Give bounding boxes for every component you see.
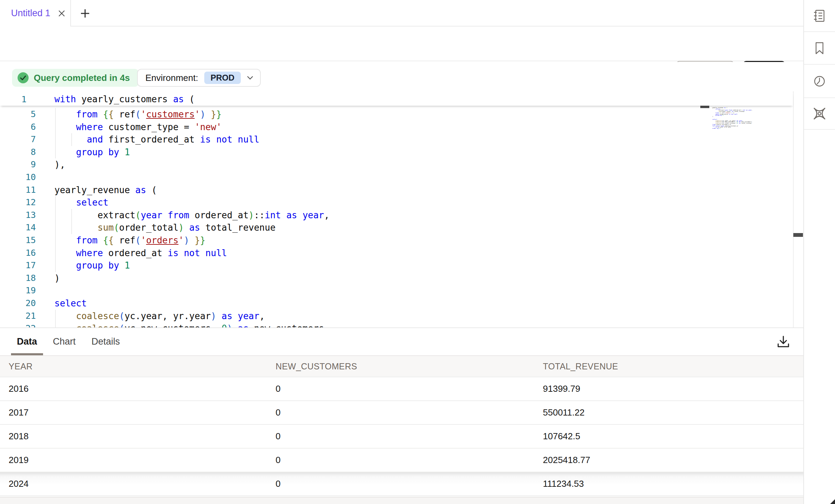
editor-scroll-marker: [700, 106, 709, 108]
query-status-text: Query completed in 4s: [34, 73, 130, 83]
status-row: Query completed in 4s Environment: PROD: [0, 62, 803, 91]
code-line: 6 where customer_type = 'new': [0, 121, 792, 134]
sql-code-editor[interactable]: 5 from {{ ref('customers') }}6 where cus…: [0, 91, 803, 327]
new-tab-plus-icon[interactable]: [80, 8, 90, 19]
table-cell: 0: [267, 472, 534, 495]
line-number: 16: [0, 247, 36, 260]
code-text: with yearly_customers as (: [54, 93, 195, 106]
code-text: sum(order_total) as total_revenue: [54, 221, 276, 234]
line-number: 1: [21, 93, 27, 106]
close-icon[interactable]: [57, 9, 66, 18]
table-row[interactable]: 20240111234.53: [0, 472, 803, 496]
line-number: 5: [0, 108, 36, 121]
results-panel: DataChartDetails YEARNEW_CUSTOMERSTOTAL_…: [0, 327, 803, 504]
table-cell: 0: [267, 449, 534, 472]
line-number: 20: [0, 297, 36, 310]
environment-value-badge: PROD: [204, 72, 240, 84]
dbt-logo-icon: [812, 106, 827, 121]
code-line: 8 group by 1: [0, 146, 792, 159]
table-cell: 550011.22: [534, 401, 803, 424]
table-cell: 0: [267, 401, 534, 424]
code-text: yearly_revenue as (: [54, 184, 157, 197]
table-row[interactable]: 2016091399.79: [0, 377, 803, 401]
download-icon[interactable]: [776, 334, 791, 349]
results-tab-chart[interactable]: Chart: [47, 328, 82, 355]
code-line: 19: [0, 284, 792, 297]
line-number: 22: [0, 322, 36, 327]
code-line: 20select: [0, 297, 792, 310]
line-number: 10: [0, 171, 36, 184]
environment-selector[interactable]: Environment: PROD: [137, 69, 261, 87]
code-text: where ordered_at is not null: [54, 247, 227, 260]
code-text: where customer_type = 'new': [54, 121, 221, 134]
table-cell: 2025418.77: [534, 449, 803, 472]
history-clock-icon: [812, 74, 827, 88]
line-number: 11: [0, 184, 36, 197]
code-text: coalesce(yc.new_customers, 0) as new_cus…: [54, 322, 329, 327]
line-number: 21: [0, 310, 36, 323]
line-number: 13: [0, 209, 36, 222]
line-number: 18: [0, 272, 36, 285]
table-row[interactable]: 20170550011.22: [0, 401, 803, 425]
code-line: 10: [0, 171, 792, 184]
table-cell: 2024: [0, 472, 267, 495]
code-line: 9),: [0, 158, 792, 171]
line-number: 17: [0, 259, 36, 272]
results-tab-details[interactable]: Details: [86, 328, 126, 355]
sidebar-item-history[interactable]: [804, 65, 835, 98]
table-cell: 111234.53: [534, 472, 803, 495]
column-header: TOTAL_REVENUE: [534, 356, 803, 377]
table-cell: 0: [267, 425, 534, 448]
line-number: 6: [0, 121, 36, 134]
line-number: 15: [0, 234, 36, 247]
right-icon-sidebar: [803, 0, 835, 504]
file-tab-label: Untitled 1: [11, 8, 50, 19]
table-row[interactable]: 20180107642.5: [0, 425, 803, 449]
sidebar-item-bookmarks[interactable]: [804, 32, 835, 65]
sidebar-item-notebook[interactable]: [804, 0, 835, 32]
table-header-row: YEARNEW_CUSTOMERSTOTAL_REVENUE: [0, 356, 803, 377]
sticky-code-line: 1with yearly_customers as (: [0, 93, 793, 106]
check-circle-icon: [17, 72, 29, 84]
line-number: 19: [0, 284, 36, 297]
code-text: ),: [54, 158, 65, 171]
code-line: 7 and first_ordered_at is not null: [0, 133, 792, 146]
code-lines: 5 from {{ ref('customers') }}6 where cus…: [0, 108, 792, 327]
line-number: 9: [0, 158, 36, 171]
file-tab-untitled-1[interactable]: Untitled 1: [0, 0, 71, 27]
code-text: from {{ ref('orders') }}: [54, 234, 205, 247]
editor-scrollbar-track[interactable]: [793, 91, 794, 327]
environment-label: Environment:: [145, 73, 198, 83]
code-line: 17 group by 1: [0, 259, 792, 272]
bookmark-icon: [812, 41, 827, 55]
table-cell: 107642.5: [534, 425, 803, 448]
code-text: from {{ ref('customers') }}: [54, 108, 221, 121]
column-header: YEAR: [0, 356, 267, 377]
code-text: and first_ordered_at is not null: [54, 133, 259, 146]
code-line: 15 from {{ ref('orders') }}: [0, 234, 792, 247]
results-table: YEARNEW_CUSTOMERSTOTAL_REVENUE2016091399…: [0, 356, 803, 496]
table-row[interactable]: 201902025418.77: [0, 449, 803, 472]
app-window: Untitled 1 Develop Run Query completed i…: [0, 0, 835, 504]
minimap[interactable]: with yearly_customers as ( select extrac…: [712, 94, 792, 197]
column-header: NEW_CUSTOMERS: [267, 356, 534, 377]
results-tabs: DataChartDetails: [11, 328, 126, 355]
editor-scrollbar-thumb[interactable]: [793, 233, 803, 237]
code-line: 22 coalesce(yc.new_customers, 0) as new_…: [0, 322, 792, 327]
code-text: coalesce(yc.year, yr.year) as year,: [54, 310, 265, 323]
horizontal-scrollbar-track[interactable]: [0, 497, 803, 504]
code-line: 13 extract(year from ordered_at)::int as…: [0, 209, 792, 222]
chevron-down-icon: [247, 76, 253, 80]
code-text: select: [54, 297, 87, 310]
results-tab-data[interactable]: Data: [11, 328, 43, 355]
code-line: 11yearly_revenue as (: [0, 184, 792, 197]
resize-grip[interactable]: [830, 499, 835, 504]
sidebar-item-dbt[interactable]: [804, 98, 835, 130]
sticky-line-host: 1with yearly_customers as (: [0, 93, 793, 106]
table-cell: 2017: [0, 401, 267, 424]
code-line: 12 select: [0, 196, 792, 209]
code-line: 14 sum(order_total) as total_revenue: [0, 221, 792, 234]
toolbar: Develop Run: [0, 27, 803, 61]
line-number: 14: [0, 221, 36, 234]
editor-tab-bar: Untitled 1: [0, 0, 803, 27]
